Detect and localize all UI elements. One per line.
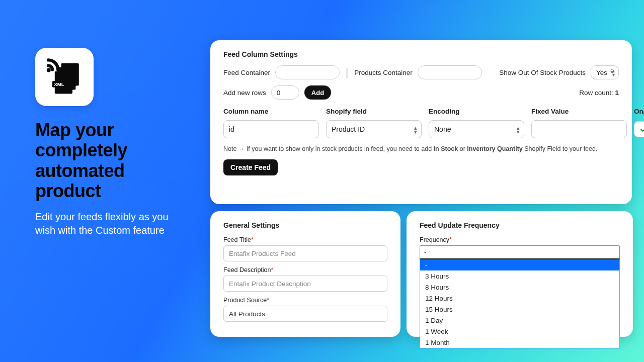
products-container-input[interactable] (418, 65, 482, 79)
frequency-option[interactable]: 15 Hours (420, 304, 619, 315)
frequency-option[interactable]: 3 Hours (420, 270, 619, 282)
svg-text:XML: XML (54, 81, 64, 87)
frequency-option[interactable]: 1 Month (420, 337, 619, 348)
row-count: Row count: 1 (579, 89, 619, 97)
add-rows-input[interactable]: 0 (271, 85, 299, 100)
add-rows-label: Add new rows (223, 89, 266, 97)
chevron-updown-icon: ▴▾ (517, 126, 520, 134)
frequency-option[interactable]: 1 Week (420, 326, 619, 337)
arrow-right-icon: → (238, 145, 245, 152)
frequency-option[interactable]: - (420, 259, 619, 270)
xml-file-rss-icon: XML (44, 57, 85, 97)
card-feed-update-frequency: Feed Update Frequency Frequency* - - 3 H… (407, 211, 633, 337)
frequency-dropdown[interactable]: - 3 Hours 8 Hours 12 Hours 15 Hours 1 Da… (420, 259, 620, 348)
separator: | (346, 67, 348, 78)
frequency-option[interactable]: 12 Hours (420, 293, 619, 304)
section-title: General Settings (223, 221, 387, 229)
section-title: Feed Column Settings (223, 50, 619, 58)
chevron-updown-icon: ▴▾ (612, 69, 615, 77)
add-button[interactable]: Add (304, 85, 331, 100)
feed-description-label: Feed Description* (223, 266, 387, 274)
frequency-option[interactable]: 1 Day (420, 315, 619, 326)
promo-headline: Map your completely automated product (35, 120, 186, 201)
product-source-label: Product Source* (223, 297, 387, 304)
table-row: id Product ID ▴▾ None ▴▾ (223, 120, 619, 138)
column-name-input[interactable]: id (223, 120, 319, 138)
svg-point-0 (47, 68, 51, 72)
shopify-field-select[interactable]: Product ID ▴▾ (326, 120, 422, 138)
show-oos-select[interactable]: Yes ▴▾ (591, 65, 619, 79)
frequency-select[interactable]: - (420, 245, 620, 259)
show-oos-value: Yes (596, 69, 607, 76)
th-column-name: Column name (223, 108, 319, 115)
frequency-label: Frequency* (420, 236, 620, 243)
feed-title-label: Feed Title* (223, 236, 387, 243)
th-shopify-field: Shopify field (326, 108, 422, 115)
card-general-settings: General Settings Feed Title* Entafix Pro… (210, 211, 400, 337)
feed-title-input[interactable]: Entafix Products Feed (223, 245, 387, 261)
create-feed-button[interactable]: Create Feed (223, 159, 278, 175)
encoding-select[interactable]: None ▴▾ (429, 120, 524, 138)
note-text: Note → If you want to show only in stock… (223, 145, 619, 152)
onoff-toggle[interactable] (634, 121, 644, 137)
th-onoff: On/Off (634, 108, 644, 115)
section-title: Feed Update Frequency (420, 221, 620, 229)
th-encoding: Encoding (429, 108, 524, 115)
promo-subline: Edit your feeds flexibly as you wish wit… (35, 210, 186, 237)
feed-container-label: Feed Container (223, 69, 270, 76)
feed-description-input[interactable]: Entafix Product Description (223, 276, 387, 292)
th-fixed-value: Fixed Value (531, 108, 627, 115)
chevron-updown-icon: ▴▾ (414, 126, 417, 134)
products-container-label: Products Container (354, 69, 413, 76)
check-icon (639, 125, 644, 134)
frequency-option[interactable]: 8 Hours (420, 282, 619, 293)
product-source-select[interactable]: All Products (223, 306, 387, 322)
app-icon: XML (35, 48, 94, 106)
card-feed-column-settings: Feed Column Settings Feed Container | Pr… (210, 40, 632, 204)
feed-container-input[interactable] (275, 65, 340, 79)
fixed-value-input[interactable] (531, 120, 627, 138)
show-oos-label: Show Out Of Stock Products (499, 69, 586, 76)
